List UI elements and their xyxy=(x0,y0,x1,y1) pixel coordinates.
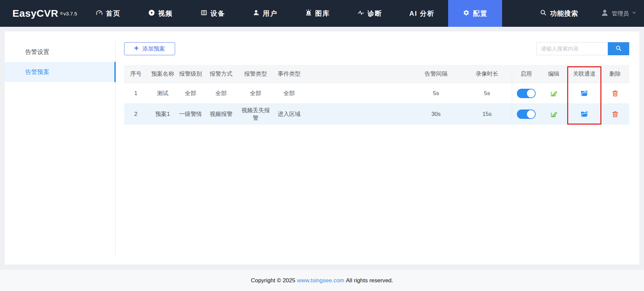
column-header-method: 报警方式 xyxy=(203,65,239,83)
nav-item-home[interactable]: 首页 xyxy=(82,0,134,27)
user-name-label: 管理员 xyxy=(612,10,629,17)
edit-icon[interactable] xyxy=(540,104,568,124)
device-icon xyxy=(200,9,208,18)
add-plan-label: 添加预案 xyxy=(142,45,165,53)
delete-icon[interactable] xyxy=(601,104,629,124)
cell-method: 全部 xyxy=(203,83,239,103)
delete-icon[interactable] xyxy=(601,83,629,103)
cell-type: 视频丢失报警 xyxy=(239,104,272,124)
column-header-name: 预案名称 xyxy=(148,65,178,83)
content-card: 告警设置 告警预案 + 添加预案 xyxy=(5,31,639,265)
nav-item-diagnosis[interactable]: 诊断 xyxy=(343,0,396,27)
sidebar-item-label: 告警设置 xyxy=(25,49,49,55)
sidebar-item-alarm-settings[interactable]: 告警设置 xyxy=(5,42,116,62)
nav-item-gallery[interactable]: 图库 xyxy=(291,0,343,27)
enable-toggle[interactable] xyxy=(517,110,536,119)
chevron-down-icon xyxy=(632,10,637,17)
linked-channel-folder-icon[interactable] xyxy=(568,83,601,103)
cell-event: 全部 xyxy=(272,83,306,103)
copyright-text: Copyright © 2025 xyxy=(251,277,296,284)
cell-index: 2 xyxy=(124,104,148,124)
nav-item-device[interactable]: 设备 xyxy=(186,0,239,27)
nav-item-label: 诊断 xyxy=(368,9,382,18)
main-content: + 添加预案 序号 预案名称 报警级别 xyxy=(116,31,639,265)
column-spacer xyxy=(456,104,467,124)
column-header-duration: 录像时长 xyxy=(467,65,507,83)
toolbar: + 添加预案 xyxy=(124,42,629,55)
table-search xyxy=(536,42,629,55)
cell-type: 全部 xyxy=(239,83,272,103)
search-input[interactable] xyxy=(536,42,608,55)
alarm-plan-table: 序号 预案名称 报警级别 报警方式 报警类型 事件类型 告警间隔 录像时长 启用… xyxy=(124,65,629,125)
nav-item-ai-analysis[interactable]: AI 分析 xyxy=(396,0,448,27)
gear-icon xyxy=(463,9,470,18)
alarm-light-icon xyxy=(305,9,312,18)
nav-item-video[interactable]: 视频 xyxy=(134,0,186,27)
app-logo: EasyCVR ® v3.7.5 xyxy=(0,0,82,27)
column-header-type: 报警类型 xyxy=(239,65,272,83)
dashboard-icon xyxy=(96,9,103,18)
function-search[interactable]: 功能搜索 xyxy=(540,9,578,18)
column-spacer xyxy=(507,65,512,83)
nav-item-label: AI 分析 xyxy=(409,9,435,18)
cell-name: 测试 xyxy=(148,83,178,103)
page-body: 告警设置 告警预案 + 添加预案 xyxy=(0,27,644,270)
column-header-level: 报警级别 xyxy=(178,65,203,83)
column-header-linked-channel: 关联通道 xyxy=(568,65,601,83)
navbar-right: 功能搜索 管理员 xyxy=(540,0,644,27)
user-menu[interactable]: 管理员 xyxy=(600,8,637,19)
avatar-icon xyxy=(600,8,609,19)
column-header-index: 序号 xyxy=(124,65,148,83)
cell-duration: 15s xyxy=(467,104,507,124)
plus-icon: + xyxy=(134,45,139,52)
cell-index: 1 xyxy=(124,83,148,103)
nav-item-label: 图库 xyxy=(315,9,330,18)
column-spacer xyxy=(306,65,416,83)
column-header-interval: 告警间隔 xyxy=(416,65,456,83)
function-search-label: 功能搜索 xyxy=(550,9,578,18)
tsingsee-link[interactable]: www.tsingsee.com xyxy=(297,277,344,284)
column-header-enable: 启用 xyxy=(512,65,540,83)
app-logo-text: EasyCVR xyxy=(12,8,58,19)
add-plan-button[interactable]: + 添加预案 xyxy=(124,42,175,55)
nav-item-label: 设备 xyxy=(211,9,225,18)
column-header-edit: 编辑 xyxy=(540,65,568,83)
cell-interval: 30s xyxy=(416,104,456,124)
sidebar-item-alarm-plan[interactable]: 告警预案 xyxy=(5,62,116,82)
pulse-icon xyxy=(357,9,365,18)
sidebar-item-label: 告警预案 xyxy=(25,69,49,75)
table-row: 1 测试 全部 全部 全部 全部 5s 5s xyxy=(124,83,629,104)
cell-event: 进入区域 xyxy=(272,104,306,124)
linked-channel-folder-icon[interactable] xyxy=(568,104,601,124)
edit-icon[interactable] xyxy=(540,83,568,103)
column-spacer xyxy=(507,83,512,103)
user-icon xyxy=(253,9,260,18)
app-version: v3.7.5 xyxy=(63,11,77,16)
settings-sidebar: 告警设置 告警预案 xyxy=(5,31,116,265)
cell-level: 全部 xyxy=(178,83,203,103)
search-button[interactable] xyxy=(608,42,629,55)
cell-method: 视频报警 xyxy=(203,104,239,124)
cell-name: 预案1 xyxy=(148,104,178,124)
search-icon xyxy=(615,45,622,53)
registered-mark: ® xyxy=(60,11,63,15)
nav-item-user[interactable]: 用户 xyxy=(239,0,291,27)
column-spacer xyxy=(306,104,416,124)
nav-item-label: 首页 xyxy=(106,9,121,18)
cell-level: 一级警情 xyxy=(178,104,203,124)
nav-item-label: 视频 xyxy=(158,9,173,18)
play-icon xyxy=(148,9,155,18)
cell-interval: 5s xyxy=(416,83,456,103)
column-header-event: 事件类型 xyxy=(272,65,306,83)
column-spacer xyxy=(456,65,467,83)
page-footer: Copyright © 2025 www.tsingsee.com All ri… xyxy=(0,270,644,291)
enable-toggle[interactable] xyxy=(517,89,536,98)
nav-item-config[interactable]: 配置 xyxy=(448,0,502,27)
table-row: 2 预案1 一级警情 视频报警 视频丢失报警 进入区域 30s 15s xyxy=(124,104,629,125)
rights-text: All rights reserved. xyxy=(346,277,393,284)
main-nav: 首页 视频 设备 用户 图库 xyxy=(82,0,502,27)
table-header-row: 序号 预案名称 报警级别 报警方式 报警类型 事件类型 告警间隔 录像时长 启用… xyxy=(124,65,629,83)
search-icon xyxy=(540,9,547,18)
nav-item-label: 配置 xyxy=(473,9,488,18)
top-navbar: EasyCVR ® v3.7.5 首页 视频 设备 用户 xyxy=(0,0,644,27)
